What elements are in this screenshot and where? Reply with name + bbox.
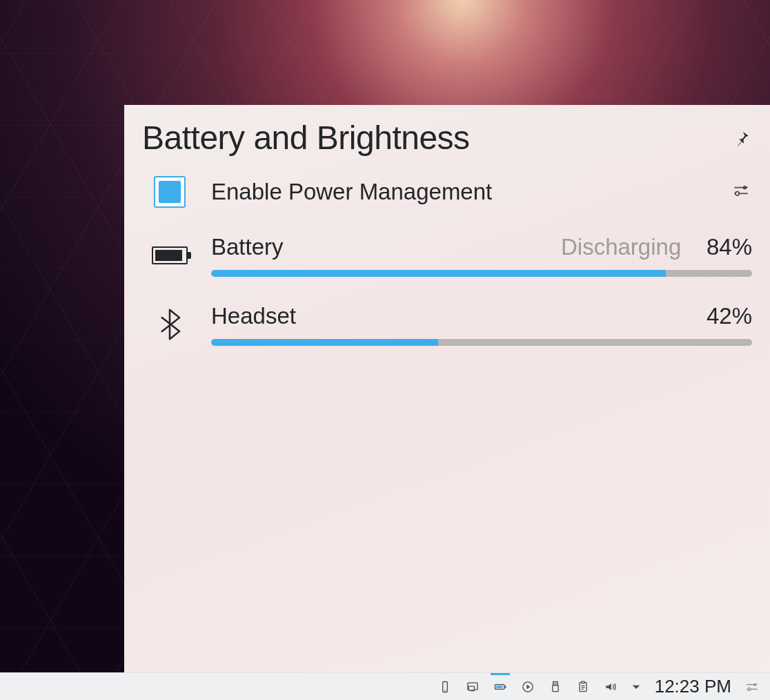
sliders-icon — [732, 182, 750, 200]
tray-battery-icon[interactable] — [486, 673, 514, 701]
pin-button[interactable] — [733, 128, 752, 148]
svg-rect-8 — [468, 686, 474, 690]
svg-rect-14 — [553, 685, 558, 691]
battery-device-row: Battery Discharging 84% — [142, 234, 752, 277]
headset-progress — [211, 339, 752, 346]
taskbar: 12:23 PM — [0, 672, 770, 700]
bluetooth-icon — [158, 308, 181, 341]
svg-point-5 — [444, 690, 446, 691]
svg-rect-11 — [496, 686, 502, 688]
svg-rect-15 — [554, 683, 555, 684]
tray-expand-button[interactable] — [624, 681, 648, 693]
svg-rect-18 — [581, 681, 584, 683]
battery-progress-fill — [211, 270, 666, 277]
headset-device-row: Headset 42% — [142, 303, 752, 346]
tray-display-icon[interactable] — [459, 673, 486, 701]
sliders-icon — [745, 680, 759, 694]
headset-label: Headset — [211, 303, 296, 329]
checkbox-checked-indicator — [159, 181, 181, 203]
battery-icon — [152, 246, 188, 264]
battery-progress — [211, 270, 752, 277]
chevron-down-icon — [630, 681, 642, 693]
power-management-label: Enable Power Management — [211, 179, 722, 205]
pin-icon — [734, 130, 751, 146]
battery-status: Discharging — [561, 234, 681, 260]
svg-point-25 — [748, 688, 751, 690]
power-management-checkbox[interactable] — [154, 176, 186, 208]
tray-volume-icon[interactable] — [597, 673, 624, 701]
battery-brightness-popup: Battery and Brightness Enable Power Mana… — [124, 105, 770, 672]
battery-label: Battery — [211, 234, 284, 260]
tray-clipboard-icon[interactable] — [569, 673, 597, 701]
svg-point-23 — [753, 683, 756, 686]
power-management-row: Enable Power Management — [142, 176, 752, 208]
taskbar-clock[interactable]: 12:23 PM — [648, 676, 738, 697]
svg-rect-13 — [553, 681, 557, 685]
tray-media-icon[interactable] — [514, 673, 542, 701]
headset-progress-fill — [211, 339, 438, 346]
headset-percent: 42% — [707, 303, 752, 329]
tray-phone-icon[interactable] — [431, 673, 459, 701]
tray-usb-icon[interactable] — [542, 673, 569, 701]
svg-rect-10 — [504, 686, 506, 688]
configure-power-button[interactable] — [730, 179, 752, 202]
svg-point-1 — [743, 186, 747, 189]
popup-title: Battery and Brightness — [142, 119, 470, 157]
svg-rect-16 — [555, 683, 556, 684]
svg-rect-17 — [580, 682, 586, 691]
svg-point-3 — [736, 192, 739, 195]
show-desktop-button[interactable] — [738, 673, 766, 701]
battery-percent: 84% — [707, 234, 752, 260]
